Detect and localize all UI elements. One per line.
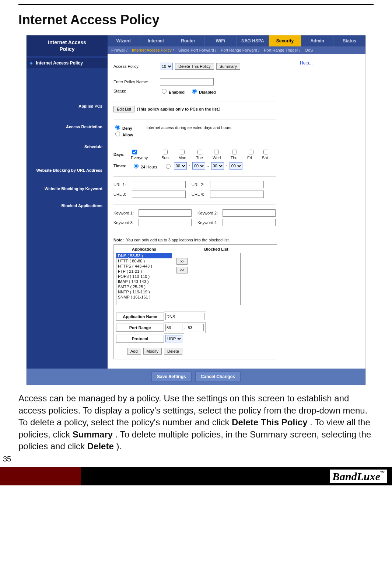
delete-app-button[interactable]: Delete (164, 348, 182, 355)
applications-listbox[interactable]: DNS ( 53-53 ) HTTP ( 80-80 ) HTTPS ( 443… (116, 253, 172, 305)
main-tabs: Wizard Internet Router WiFi 3.5G HSPA Se… (108, 35, 365, 46)
app-name-th: Application Name (116, 313, 164, 321)
access-policy-label: Access Policy: (113, 64, 158, 69)
allow-radio[interactable] (115, 132, 120, 136)
kw1-label: Keyword 1: (113, 211, 136, 215)
time-to-hh[interactable]: 00 (211, 162, 224, 170)
list-item[interactable]: POP3 ( 110-110 ) (116, 274, 172, 279)
subtab-port-range-forward[interactable]: Port Range Forward (219, 48, 261, 52)
list-item[interactable]: HTTP ( 80-80 ) (116, 258, 172, 264)
kw2-input[interactable] (223, 209, 276, 217)
list-item[interactable]: SMTP ( 25-25 ) (116, 284, 172, 289)
summary-button[interactable]: Summary (216, 63, 240, 70)
modify-app-button[interactable]: Modify (143, 348, 162, 355)
times-24h-radio[interactable] (134, 164, 139, 168)
day-sun[interactable]: Sun (161, 149, 176, 160)
status-disabled-option[interactable]: Disabled (190, 88, 216, 94)
url3-input[interactable] (132, 191, 186, 198)
time-from-hh[interactable]: 00 (174, 162, 187, 170)
tab-wifi[interactable]: WiFi (204, 35, 237, 46)
url4-input[interactable] (210, 191, 264, 198)
subtab-qos[interactable]: QoS (303, 48, 314, 52)
save-settings-button[interactable]: Save Settings (151, 372, 192, 382)
status-enabled-radio[interactable] (162, 89, 167, 94)
everyday-option[interactable]: Everyday (131, 149, 155, 160)
subtab-single-port-forward[interactable]: Single Port Forward (177, 48, 218, 52)
day-sat[interactable]: Sat (262, 149, 276, 160)
add-app-button[interactable]: Add (127, 348, 141, 355)
cancel-changes-button[interactable]: Cancel Changes (195, 372, 241, 382)
subtab-internet-access-policy[interactable]: Internet Access Policy (130, 48, 175, 52)
port-from-input[interactable] (165, 324, 182, 331)
brand-text: BandLuxe (332, 470, 380, 482)
tab-hspa[interactable]: 3.5G HSPA (237, 35, 269, 46)
subtab-firewall[interactable]: Firewall (110, 48, 129, 52)
sub-tabs: Firewall Internet Access Policy Single P… (108, 46, 365, 54)
tab-security[interactable]: Security (269, 35, 301, 46)
tab-status[interactable]: Status (333, 35, 365, 46)
kw1-input[interactable] (139, 209, 192, 217)
sidebar-label-website-blocking-url: Website Blocking by URL Address (27, 166, 108, 175)
edit-list-button[interactable]: Edit List (113, 106, 134, 112)
subtab-port-range-trigger[interactable]: Port Range Trigger (262, 48, 302, 52)
day-mon[interactable]: Mon (178, 149, 194, 160)
policy-name-input[interactable] (160, 78, 214, 86)
apps-panel: Applications DNS ( 53-53 ) HTTP ( 80-80 … (113, 244, 277, 359)
time-to-mm[interactable]: 00 (230, 162, 242, 170)
status-enabled-option[interactable]: Enabled (160, 88, 185, 94)
tab-internet[interactable]: Internet (140, 35, 172, 46)
day-fri[interactable]: Fri (247, 149, 260, 160)
list-item[interactable]: HTTPS ( 443-443 ) (116, 264, 172, 269)
kw4-input[interactable] (223, 219, 276, 226)
list-item[interactable]: FTP ( 21-21 ) (116, 269, 172, 274)
sidebar-item-label: Internet Access Policy (36, 60, 83, 66)
kw3-input[interactable] (139, 219, 192, 226)
day-wed[interactable]: Wed (213, 149, 228, 160)
access-policy-select[interactable]: 10 (160, 63, 173, 70)
protocol-select[interactable]: UDP (165, 335, 182, 342)
apps-note: You can only add up to 3 applications in… (126, 238, 230, 242)
deny-text: Deny (122, 126, 132, 130)
day-tue[interactable]: Tue (196, 149, 210, 160)
sidebar-item-internet-access-policy[interactable]: Internet Access Policy (27, 58, 108, 68)
help-column: Help... (297, 56, 365, 369)
sidebar-label-blocked-applications: Blocked Applications (27, 201, 108, 210)
delete-policy-button[interactable]: Delete This Policy (175, 63, 214, 70)
times-24h-option[interactable]: 24 Hours (132, 163, 157, 169)
deny-radio[interactable] (115, 125, 120, 130)
tab-router[interactable]: Router (172, 35, 204, 46)
deny-option[interactable]: Deny (113, 126, 132, 130)
kw4-label: Keyword 4: (197, 220, 220, 225)
tab-wizard[interactable]: Wizard (108, 35, 140, 46)
list-item[interactable]: NNTP ( 119-119 ) (116, 289, 172, 294)
move-left-button[interactable]: << (176, 267, 188, 273)
url2-input[interactable] (210, 181, 264, 188)
list-item[interactable]: DNS ( 53-53 ) (116, 253, 172, 258)
times-custom-radio[interactable] (166, 164, 171, 169)
time-from-mm[interactable]: 00 (192, 162, 205, 170)
body-bold-1: Delete This Policy (232, 417, 307, 427)
day-thu[interactable]: Thu (231, 149, 245, 160)
footer-buttons: Save Settings Cancel Changes (27, 369, 365, 385)
sidebar-label-schedule: Schedule (27, 142, 108, 151)
kw2-label: Keyword 2: (197, 211, 220, 215)
protocol-th: Protocol (116, 335, 164, 343)
app-name-input[interactable] (165, 313, 204, 320)
status-disabled-radio[interactable] (192, 89, 197, 94)
list-item[interactable]: IMAP ( 143-143 ) (116, 279, 172, 284)
page-number: 35 (3, 455, 11, 463)
move-right-button[interactable]: >> (176, 258, 188, 265)
restriction-note: Internet access during selected days and… (146, 125, 232, 130)
sidebar-label-website-blocking-keyword: Website Blocking by Keyword (27, 184, 108, 193)
list-item[interactable]: SNMP ( 161-161 ) (116, 294, 172, 300)
days-label: Days: (113, 152, 129, 157)
footer-bar: BandLuxe™ (0, 467, 392, 485)
allow-option[interactable]: Allow (113, 133, 133, 137)
blocked-listbox[interactable] (192, 253, 241, 305)
tab-admin[interactable]: Admin (301, 35, 333, 46)
everyday-checkbox[interactable] (132, 150, 137, 154)
sidebar-label-applied-pcs: Applied PCs (27, 102, 108, 111)
url1-input[interactable] (132, 181, 186, 188)
port-to-input[interactable] (187, 324, 204, 331)
help-link[interactable]: Help... (300, 60, 313, 66)
